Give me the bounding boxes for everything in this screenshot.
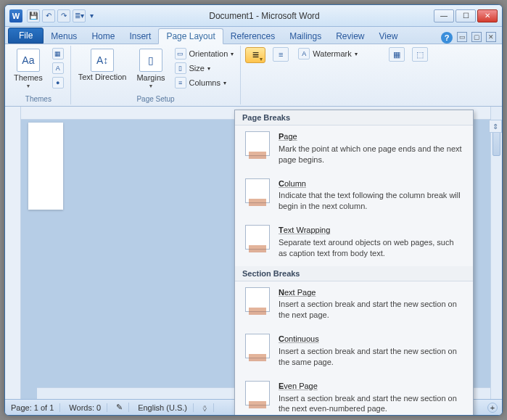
orientation-button[interactable]: ▭Orientation▾ xyxy=(173,47,236,60)
tab-page-layout[interactable]: Page Layout xyxy=(158,28,223,44)
proofing-icon: ✎ xyxy=(116,403,123,412)
word-app-icon: W xyxy=(9,9,22,22)
tab-insert[interactable]: Insert xyxy=(122,29,158,44)
gallery-title: Page xyxy=(279,131,464,142)
theme-colors-button[interactable]: ▦ xyxy=(50,47,66,60)
text-direction-button[interactable]: A↕ Text Direction xyxy=(75,47,130,83)
file-tab[interactable]: File xyxy=(8,28,44,44)
undo-icon[interactable]: ↶ xyxy=(42,9,55,22)
gallery-item-text-wrapping[interactable]: Text WrappingSeparate text around object… xyxy=(235,219,473,266)
gallery-desc: Separate text around objects on web page… xyxy=(279,238,454,258)
titlebar: W 💾 ↶ ↷ ≣▾ ▾ Document1 - Microsoft Word … xyxy=(5,5,502,27)
themes-icon: Aa xyxy=(17,49,40,72)
status-words[interactable]: Words: 0 xyxy=(67,403,107,412)
document-page[interactable] xyxy=(28,123,63,210)
help-icon[interactable]: ? xyxy=(441,32,453,44)
gallery-title: Next Page xyxy=(279,287,464,298)
margins-icon: ▯ xyxy=(139,49,162,72)
gallery-desc: Insert a section break and start the new… xyxy=(279,394,457,413)
qat-customize-icon[interactable]: ▾ xyxy=(88,9,95,22)
text-wrapping-break-icon xyxy=(245,225,270,250)
next-page-break-icon xyxy=(245,287,270,312)
group-breaks: ≡ ▼ ≡ AWatermark▾ ▦ ⬚ xyxy=(241,46,432,104)
save-icon[interactable]: 💾 xyxy=(27,9,40,22)
text-direction-icon: A↕ xyxy=(91,49,114,72)
gallery-title: Even Page xyxy=(279,381,464,392)
vertical-ruler[interactable] xyxy=(5,107,21,399)
chevron-down-icon: ▼ xyxy=(148,83,153,88)
gallery-title: Column xyxy=(279,178,464,189)
gallery-item-page[interactable]: PageMark the point at which one page end… xyxy=(235,125,473,173)
status-language[interactable]: English (U.S.) xyxy=(136,403,194,412)
doc-close-icon[interactable]: ✕ xyxy=(486,32,496,42)
list-icon[interactable]: ≣▾ xyxy=(73,9,86,22)
tab-references[interactable]: References xyxy=(223,29,282,44)
line-numbers-button[interactable]: ≡ xyxy=(273,47,289,62)
tab-menus[interactable]: Menus xyxy=(44,29,84,44)
size-button[interactable]: ▯Size▾ xyxy=(173,62,236,75)
chevron-down-icon: ▼ xyxy=(258,57,263,62)
gallery-desc: Insert a section break and start the new… xyxy=(279,300,457,319)
gallery-desc: Indicate that the text following the col… xyxy=(279,191,461,210)
close-button[interactable]: ✕ xyxy=(477,9,498,22)
page-borders-button[interactable]: ⬚ xyxy=(412,47,428,62)
zoom-in-button[interactable]: + xyxy=(487,403,498,413)
tab-view[interactable]: View xyxy=(372,29,405,44)
maximize-button[interactable]: ☐ xyxy=(456,9,476,22)
columns-label: Columns xyxy=(189,78,220,87)
colors-icon: ▦ xyxy=(52,48,64,59)
watermark-label: Watermark xyxy=(313,49,351,58)
vertical-scrollbar[interactable] xyxy=(490,107,502,399)
group-label-page-setup: Page Setup xyxy=(75,94,236,103)
group-page-setup: A↕ Text Direction ▯ Margins ▼ ▭Orientati… xyxy=(71,46,242,104)
gallery-item-column[interactable]: ColumnIndicate that the text following t… xyxy=(235,173,473,220)
ruler-toggle-icon[interactable]: ⇕ xyxy=(489,120,502,133)
ribbon-tabs: File Menus Home Insert Page Layout Refer… xyxy=(5,27,502,44)
insert-icon: ⎀ xyxy=(202,403,207,412)
page-break-icon xyxy=(245,131,270,156)
app-window: W 💾 ↶ ↷ ≣▾ ▾ Document1 - Microsoft Word … xyxy=(4,4,503,416)
quick-access-toolbar: 💾 ↶ ↷ ≣▾ ▾ xyxy=(27,9,95,22)
ribbon-minimize-icon[interactable]: ▭ xyxy=(457,32,467,42)
gallery-item-even-page[interactable]: Even PageInsert a section break and star… xyxy=(235,375,473,416)
gallery-title: Text Wrapping xyxy=(279,225,464,236)
theme-effects-button[interactable]: ● xyxy=(50,76,66,89)
group-label-themes: Themes xyxy=(11,94,66,103)
columns-button[interactable]: ≡Columns▾ xyxy=(173,76,236,89)
window-title: Document1 - Microsoft Word xyxy=(95,11,434,21)
status-proofing[interactable]: ✎ xyxy=(115,403,129,412)
theme-fonts-button[interactable]: A xyxy=(50,62,66,75)
page-breaks-header: Page Breaks xyxy=(235,110,473,125)
redo-icon[interactable]: ↷ xyxy=(57,9,70,22)
even-page-break-icon xyxy=(245,381,270,405)
themes-label: Themes xyxy=(14,73,43,82)
gallery-desc: Mark the point at which one page ends an… xyxy=(279,144,462,164)
tab-review[interactable]: Review xyxy=(329,29,371,44)
breaks-split-button[interactable]: ≡ ▼ xyxy=(245,47,265,63)
tab-home[interactable]: Home xyxy=(84,29,122,44)
margins-button[interactable]: ▯ Margins ▼ xyxy=(133,47,168,90)
tab-mailings[interactable]: Mailings xyxy=(282,29,329,44)
orientation-icon: ▭ xyxy=(175,48,186,59)
chevron-down-icon: ▼ xyxy=(25,83,30,88)
themes-button[interactable]: Aa Themes ▼ xyxy=(11,47,46,90)
gallery-item-next-page[interactable]: Next PageInsert a section break and star… xyxy=(235,281,473,329)
ribbon: Aa Themes ▼ ▦ A ● Themes A↕ Text Directi… xyxy=(5,44,502,107)
margins-label: Margins xyxy=(136,73,165,82)
gallery-item-continuous[interactable]: ContinuousInsert a section break and sta… xyxy=(235,328,473,375)
minimize-button[interactable]: — xyxy=(434,9,454,22)
continuous-break-icon xyxy=(245,334,270,358)
text-direction-label: Text Direction xyxy=(78,73,127,81)
doc-restore-icon[interactable]: ▢ xyxy=(471,32,482,42)
fonts-icon: A xyxy=(52,62,64,74)
watermark-button[interactable]: AWatermark▾ xyxy=(296,47,359,60)
size-icon: ▯ xyxy=(175,62,186,74)
effects-icon: ● xyxy=(52,77,64,88)
orientation-label: Orientation xyxy=(189,49,228,58)
watermark-icon: A xyxy=(298,48,310,59)
status-page[interactable]: Page: 1 of 1 xyxy=(9,403,60,412)
gallery-title: Continuous xyxy=(279,334,464,345)
ribbon-help-area: ? ▭ ▢ ✕ xyxy=(441,32,499,44)
status-insert-mode[interactable]: ⎀ xyxy=(201,403,214,412)
page-color-button[interactable]: ▦ xyxy=(389,47,405,62)
